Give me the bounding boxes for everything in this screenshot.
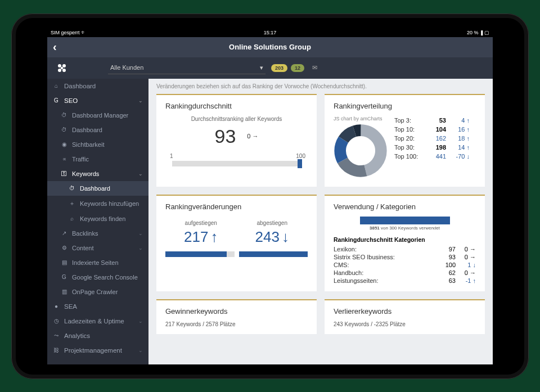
- plus-icon: ＋: [69, 200, 75, 208]
- sidebar-item-dashboard-manager[interactable]: ⏱Dashboard Manager: [47, 108, 148, 123]
- sidebar-item-kw-dashboard[interactable]: ⏱Dashboard: [47, 181, 148, 196]
- card-winners: Gewinnerkeywords 217 Keywords / 2578 Plä…: [156, 299, 317, 334]
- slider-max: 100: [296, 153, 305, 159]
- share-icon: ∝: [61, 156, 68, 162]
- tablet-frame: SIM gesperrt ᯤ 15:17 20 % ❚▢ ‹ Online So…: [11, 13, 529, 379]
- sidebar-item-traffic[interactable]: ∝Traffic: [47, 152, 148, 166]
- down-value: 243: [255, 228, 280, 246]
- sidebar-item-seo-dashboard[interactable]: ⏱Dashboard: [47, 123, 148, 137]
- sidebar-item-backlinks[interactable]: ↗Backlinks⌄: [47, 226, 148, 241]
- slider-handle[interactable]: [298, 159, 302, 168]
- link-icon: ↗: [61, 230, 68, 236]
- arrow-down-icon: ↓: [282, 228, 289, 246]
- slider-min: 1: [170, 153, 173, 159]
- gauge-icon: ⏱: [69, 185, 75, 191]
- bar-down: [239, 251, 308, 257]
- svg-point-4: [61, 66, 63, 69]
- status-time: 15:17: [264, 30, 277, 35]
- info-note: Veränderungen beziehen sich auf das Rank…: [148, 79, 493, 94]
- app-title: Online Solutions Group: [229, 43, 311, 51]
- notification-badge-1[interactable]: 203: [271, 64, 287, 72]
- svg-point-11: [349, 139, 372, 162]
- card-title: Gewinnerkeywords: [165, 307, 308, 316]
- sidebar-item-keywords[interactable]: ⚿Keywords⌄: [47, 166, 148, 181]
- chevron-down-icon: ⌄: [138, 348, 143, 353]
- sidebar-item-dashboard[interactable]: ⌂Dashboard: [47, 79, 148, 93]
- chart-icon: ▥: [61, 289, 68, 295]
- notification-badge-2[interactable]: 12: [291, 64, 304, 72]
- card-ranking-dist: Rankingverteilung JS chart by amCharts: [325, 94, 485, 187]
- losers-sub: 243 Keywords / -2325 Plätze: [334, 321, 476, 327]
- down-label: abgestiegen: [255, 220, 289, 226]
- sidebar-item-sea[interactable]: ●SEA: [47, 299, 148, 314]
- sidebar-item-content[interactable]: ⚙Content⌄: [47, 241, 148, 255]
- table-row: Top 20:16218 ↑: [394, 134, 476, 143]
- table-row: Top 100:441-70 ↓: [394, 152, 476, 161]
- key-icon: ⚿: [61, 170, 68, 177]
- dist-table: Top 3:534 ↑ Top 10:10416 ↑ Top 20:16218 …: [394, 116, 476, 161]
- content-area: Veränderungen beziehen sich auf das Rank…: [148, 79, 493, 364]
- card-ranking-changes: Rankingveränderungen aufgestiegen 217↑ a…: [156, 195, 317, 291]
- category-title: Rankingdurchschnitt Kategorien: [334, 236, 476, 243]
- clock-icon: ◷: [53, 318, 60, 324]
- gauge-icon: ⏱: [61, 112, 68, 118]
- category-table: Lexikon:970 → Sistrix SEO Ibusiness:930 …: [334, 245, 476, 285]
- table-row: Leistungsseiten:63-1 ↑: [334, 277, 476, 285]
- top-bar: Alle Kunden ▾ 203 12 ✉: [47, 57, 493, 79]
- card-ranking-avg: Rankingdurchschnitt Durchschnittsranking…: [156, 94, 317, 187]
- chevron-down-icon: ⌄: [138, 98, 143, 103]
- chevron-down-icon: ⌄: [138, 318, 143, 324]
- page-icon: ▤: [61, 259, 68, 265]
- avg-delta: 0 →: [247, 133, 258, 139]
- nav-bar: ‹ Online Solutions Group: [47, 37, 493, 57]
- sidebar-item-kw-add[interactable]: ＋Keywords hinzufügen: [47, 196, 148, 211]
- gear-icon: ⚙: [61, 245, 68, 251]
- avg-value: 93: [214, 125, 236, 147]
- usage-bar: [360, 217, 450, 224]
- globe-icon: ●: [53, 303, 60, 309]
- chevron-down-icon: ⌄: [138, 245, 143, 251]
- table-row: Handbuch:620 →: [334, 269, 476, 277]
- sidebar-item-projectmgmt[interactable]: ⛓Projektmanagement⌄: [47, 343, 148, 358]
- sidebar-item-seo[interactable]: GSEO⌄: [47, 93, 148, 108]
- status-bar: SIM gesperrt ᯤ 15:17 20 % ❚▢: [47, 28, 493, 37]
- card-title: Rankingdurchschnitt: [165, 102, 308, 110]
- back-button[interactable]: ‹: [53, 40, 57, 53]
- sidebar-item-gsc[interactable]: GGoogle Search Console: [47, 270, 148, 285]
- arrow-up-icon: ↑: [210, 228, 218, 246]
- bar-up: [165, 251, 235, 257]
- google-icon: G: [61, 274, 68, 280]
- svg-point-3: [62, 69, 66, 72]
- sidebar-item-analytics[interactable]: ⤳Analytics: [47, 328, 148, 343]
- customer-label: Alle Kunden: [110, 64, 143, 71]
- table-row: Top 3:534 ↑: [394, 116, 476, 125]
- svg-point-1: [62, 64, 66, 67]
- sidebar-item-uptime[interactable]: ◷Ladezeiten & Uptime⌄: [47, 314, 148, 328]
- search-icon: ⌕: [69, 215, 75, 222]
- card-title: Rankingverteilung: [334, 102, 476, 110]
- table-row: Top 30:19814 ↑: [394, 143, 476, 152]
- sidebar-item-indexed[interactable]: ▤Indexierte Seiten: [47, 255, 148, 270]
- chevron-down-icon: ⌄: [138, 171, 143, 177]
- up-value: 217: [184, 228, 208, 246]
- line-chart-icon: ⤳: [53, 332, 60, 339]
- avg-slider: 1 100: [165, 153, 308, 170]
- card-usage: Verwendung / Kategorien 3851 von 300 Key…: [325, 195, 485, 291]
- table-row: Lexikon:970 →: [334, 245, 476, 253]
- sidebar-item-kw-find[interactable]: ⌕Keywords finden: [47, 211, 148, 226]
- mail-icon[interactable]: ✉: [312, 64, 317, 71]
- card-title: Verwendung / Kategorien: [334, 202, 476, 211]
- card-title: Verliererkeywords: [334, 307, 476, 316]
- card-title: Rankingveränderungen: [165, 202, 308, 211]
- customer-selector[interactable]: Alle Kunden ▾: [108, 62, 266, 74]
- chevron-down-icon: ⌄: [138, 231, 143, 236]
- avg-subtitle: Durchschnittsranking aller Keywords: [165, 116, 308, 122]
- chart-credit: JS chart by amCharts: [334, 116, 388, 121]
- winners-sub: 217 Keywords / 2578 Plätze: [165, 321, 308, 327]
- svg-point-2: [58, 69, 61, 72]
- sidebar-item-onpage[interactable]: ▥OnPage Crawler: [47, 285, 148, 299]
- sidebar: ⌂Dashboard GSEO⌄ ⏱Dashboard Manager ⏱Das…: [47, 79, 148, 364]
- usage-text: 3851 von 300 Keywords verwendet: [334, 226, 476, 231]
- sidebar-item-visibility[interactable]: ◉Sichtbarkeit: [47, 137, 148, 152]
- binoculars-icon: ⛓: [53, 347, 60, 353]
